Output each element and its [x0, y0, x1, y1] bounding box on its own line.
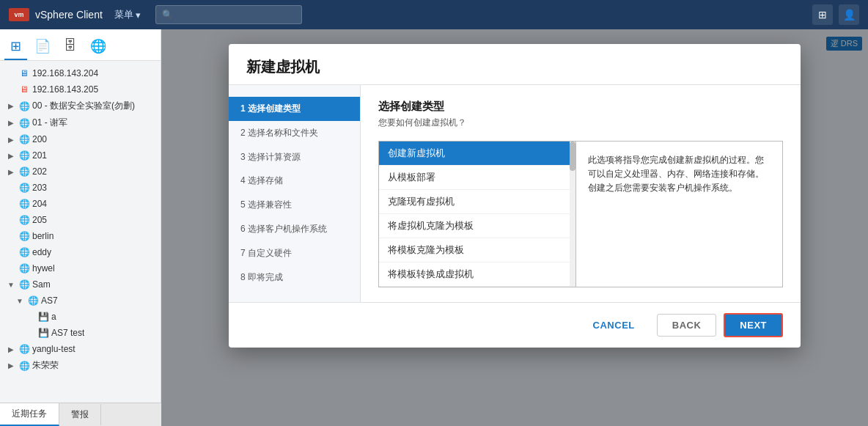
folder-icon: 🌐: [18, 182, 30, 194]
vm-type-create-new[interactable]: 创建新虚拟机: [379, 142, 575, 166]
app-name: vSphere Client: [35, 9, 103, 21]
tree-item-202[interactable]: ▶ 🌐 202: [0, 164, 161, 180]
step-5: 5 选择兼容性: [229, 193, 360, 217]
tree-arrow: [6, 263, 16, 273]
tree-item-204[interactable]: 🌐 204: [0, 196, 161, 212]
search-icon: 🔍: [162, 10, 173, 20]
collapse-icon: ▼: [15, 295, 25, 306]
folder-icon: 🌐: [18, 262, 30, 274]
expand-icon: ▶: [6, 118, 16, 128]
sidebar-tree: 🖥 192.168.143.204 🖥 192.168.143.205 ▶ 🌐 …: [0, 61, 161, 378]
tree-item-as7-test[interactable]: 💾 AS7 test: [0, 325, 161, 341]
sidebar-tab-network[interactable]: 🌐: [84, 34, 112, 60]
sidebar-tabs: ⊞ 📄 🗄 🌐: [0, 29, 161, 61]
search-input[interactable]: 🔍: [155, 5, 302, 24]
menu-button[interactable]: 菜单 ▾: [114, 8, 141, 21]
step-4: 4 选择存储: [229, 169, 360, 193]
tree-item-203[interactable]: 🌐 203: [0, 180, 161, 196]
folder-icon: 🌐: [27, 295, 39, 306]
tree-item-zhurong[interactable]: ▶ 🌐 朱荣荣: [0, 357, 161, 374]
vm-type-clone-to-template[interactable]: 将虚拟机克隆为模板: [379, 214, 575, 238]
expand-icon: ▶: [6, 134, 16, 144]
tree-item-205[interactable]: 🌐 205: [0, 212, 161, 228]
collapse-icon: ▼: [6, 279, 16, 290]
tab-alerts[interactable]: 警报: [59, 404, 101, 425]
tree-arrow: [6, 68, 16, 78]
cancel-button[interactable]: CANCEL: [578, 315, 650, 336]
folder-icon: 🌐: [18, 198, 30, 210]
modal-body: 1 选择创建类型 2 选择名称和文件夹 3 选择计算资源 4 选择存储 5 选择: [229, 85, 801, 302]
expand-icon: ▶: [6, 166, 16, 177]
tree-arrow: [6, 247, 16, 257]
tree-arrow: [6, 84, 16, 95]
tree-item-g01[interactable]: ▶ 🌐 01 - 谢军: [0, 114, 161, 131]
folder-icon: 🌐: [18, 150, 30, 161]
topbar-icon-2[interactable]: 👤: [839, 4, 859, 25]
tree-arrow: [25, 312, 35, 322]
vm-logo: vm: [9, 8, 29, 21]
tree-item-g00[interactable]: ▶ 🌐 00 - 数据安全实验室(勿删): [0, 98, 161, 114]
next-button[interactable]: NEXT: [724, 313, 783, 337]
sidebar-tab-storage[interactable]: 🗄: [58, 34, 83, 60]
vm-icon: 💾: [37, 327, 49, 339]
tree-item-ip1[interactable]: 🖥 192.168.143.204: [0, 65, 161, 81]
tree-item-eddy[interactable]: 🌐 eddy: [0, 244, 161, 260]
folder-icon: 🌐: [18, 214, 30, 226]
tree-arrow: [6, 183, 16, 193]
folder-icon: 🌐: [18, 166, 30, 177]
section-title: 选择创建类型: [378, 100, 783, 114]
folder-icon: 🌐: [18, 360, 30, 372]
tab-recent-tasks[interactable]: 近期任务: [0, 403, 59, 426]
vm-type-list-wrap: 创建新虚拟机 从模板部署 克隆现有虚拟机 将虚拟机克隆为模板 将模板克隆为模板 …: [378, 141, 576, 287]
folder-icon: 🌐: [18, 279, 30, 290]
tree-item-200[interactable]: ▶ 🌐 200: [0, 131, 161, 147]
tree-item-berlin[interactable]: 🌐 berlin: [0, 228, 161, 244]
main-layout: ⊞ 📄 🗄 🌐 🖥 192.168.143.204 🖥 192.168.143.…: [0, 29, 868, 426]
expand-icon: ▶: [6, 361, 16, 371]
step-1: 1 选择创建类型: [229, 97, 360, 121]
expand-icon: ▶: [6, 150, 16, 161]
tree-item-as7[interactable]: ▼ 🌐 AS7: [0, 293, 161, 309]
folder-icon: 🌐: [18, 117, 30, 129]
expand-icon: ▶: [6, 101, 16, 111]
tree-arrow: [6, 199, 16, 209]
folder-icon: 🌐: [18, 230, 30, 242]
expand-icon: ▶: [6, 344, 16, 354]
folder-icon: 🌐: [18, 246, 30, 258]
list-scrollbar-track: [570, 142, 575, 287]
tree-item-yanglu[interactable]: ▶ 🌐 yanglu-test: [0, 341, 161, 357]
datacenter-icon: 🌐: [18, 100, 30, 112]
section-subtitle: 您要如何创建虚拟机？: [378, 117, 783, 129]
tree-item-sam[interactable]: ▼ 🌐 Sam: [0, 276, 161, 293]
folder-icon: 🌐: [18, 133, 30, 145]
tree-arrow: [25, 328, 35, 338]
tree-item-201[interactable]: ▶ 🌐 201: [0, 147, 161, 164]
tree-item-vm-a[interactable]: 💾 a: [0, 309, 161, 325]
tree-item-hywel[interactable]: 🌐 hywel: [0, 260, 161, 276]
tree-arrow: [6, 231, 16, 241]
modal-header: 新建虚拟机: [229, 44, 801, 85]
tree-item-ip2[interactable]: 🖥 192.168.143.205: [0, 81, 161, 98]
bottom-bar: 近期任务 警报: [0, 403, 161, 426]
vm-type-convert-template[interactable]: 将模板转换成虚拟机: [379, 262, 575, 287]
step-7: 7 自定义硬件: [229, 241, 360, 265]
vm-type-deploy-template[interactable]: 从模板部署: [379, 166, 575, 190]
host-warning-icon: 🖥: [18, 84, 30, 95]
list-scrollbar-thumb[interactable]: [570, 142, 575, 171]
vm-type-list: 创建新虚拟机 从模板部署 克隆现有虚拟机 将虚拟机克隆为模板 将模板克隆为模板 …: [378, 141, 576, 287]
sidebar: ⊞ 📄 🗄 🌐 🖥 192.168.143.204 🖥 192.168.143.…: [0, 29, 161, 426]
vm-type-clone-template[interactable]: 将模板克隆为模板: [379, 238, 575, 262]
vm-type-clone-vm[interactable]: 克隆现有虚拟机: [379, 190, 575, 214]
step-2: 2 选择名称和文件夹: [229, 121, 360, 145]
modal-overlay: 新建虚拟机 1 选择创建类型 2 选择名称和文件夹 3 选择计算资源: [161, 29, 868, 426]
topbar-icon-1[interactable]: ⊞: [812, 4, 833, 25]
modal-main-content: 选择创建类型 您要如何创建虚拟机？ 创建新虚拟机 从模板部署 克隆现有虚拟机 将…: [361, 85, 801, 302]
host-icon: 🖥: [18, 67, 30, 79]
step-6: 6 选择客户机操作系统: [229, 217, 360, 241]
sidebar-tab-vms[interactable]: 📄: [29, 34, 56, 60]
topbar-actions: ⊞ 👤: [812, 4, 859, 25]
back-button[interactable]: BACK: [657, 314, 717, 337]
vm-icon: 💾: [37, 311, 49, 323]
step-3: 3 选择计算资源: [229, 145, 360, 169]
sidebar-tab-hosts[interactable]: ⊞: [4, 34, 27, 60]
